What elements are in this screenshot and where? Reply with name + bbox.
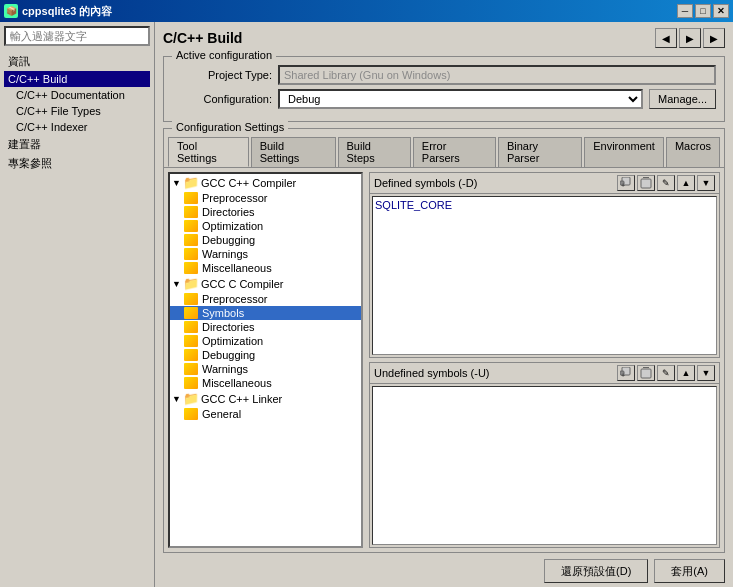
- undefined-up-button[interactable]: ▲: [677, 365, 695, 381]
- back-button[interactable]: ◀: [655, 28, 677, 48]
- sidebar-item-label: C/C++ Documentation: [16, 89, 125, 101]
- item-icon: [184, 363, 198, 375]
- defined-symbols-panel: Defined symbols (-D) + ✎ ▲ ▼: [369, 172, 720, 358]
- tree-label: Preprocessor: [202, 192, 267, 204]
- tree-label: Preprocessor: [202, 293, 267, 305]
- tree-item-symbols[interactable]: Symbols: [170, 306, 361, 320]
- tree-item-warnings2[interactable]: Warnings: [170, 362, 361, 376]
- item-icon: [184, 192, 198, 204]
- tree-item-debugging1[interactable]: Debugging: [170, 233, 361, 247]
- sidebar-item-filetypes[interactable]: C/C++ File Types: [4, 103, 150, 119]
- defined-down-button[interactable]: ▼: [697, 175, 715, 191]
- configuration-select[interactable]: Debug Release: [278, 89, 643, 109]
- defined-add-button[interactable]: +: [617, 175, 635, 191]
- tab-build-steps[interactable]: Build Steps: [338, 137, 411, 167]
- tree-label: Debugging: [202, 234, 255, 246]
- undefined-delete-button[interactable]: [637, 365, 655, 381]
- item-icon: [184, 248, 198, 260]
- item-icon: [184, 377, 198, 389]
- folder-icon: 📁: [183, 276, 199, 291]
- sidebar-item-build[interactable]: C/C++ Build: [4, 71, 150, 87]
- defined-symbols-list[interactable]: SQLITE_CORE: [372, 196, 717, 355]
- tree-label: Debugging: [202, 349, 255, 361]
- tree-label: GCC C Compiler: [201, 278, 284, 290]
- undefined-symbols-buttons: + ✎ ▲ ▼: [617, 365, 715, 381]
- tree-item-misc1[interactable]: Miscellaneous: [170, 261, 361, 275]
- item-icon: [184, 293, 198, 305]
- forward-button[interactable]: ▶: [679, 28, 701, 48]
- tree-item-general[interactable]: General: [170, 407, 361, 421]
- defined-up-button[interactable]: ▲: [677, 175, 695, 191]
- tree-label: Symbols: [202, 307, 244, 319]
- title-bar: 📦 cppsqlite3 的內容 ─ □ ✕: [0, 0, 733, 22]
- search-input[interactable]: [4, 26, 150, 46]
- defined-symbols-header: Defined symbols (-D) + ✎ ▲ ▼: [370, 173, 719, 194]
- undefined-symbols-header: Undefined symbols (-U) + ✎ ▲ ▼: [370, 363, 719, 384]
- undefined-edit-button[interactable]: ✎: [657, 365, 675, 381]
- tree-label: Directories: [202, 206, 255, 218]
- svg-rect-3: [641, 179, 651, 188]
- sidebar-item-project-ref[interactable]: 專案參照: [4, 154, 150, 173]
- sidebar-item-doc[interactable]: C/C++ Documentation: [4, 87, 150, 103]
- item-icon: [184, 349, 198, 361]
- tree-item-gcc-cpp[interactable]: ▼ 📁 GCC C++ Compiler: [170, 174, 361, 191]
- item-icon: [184, 234, 198, 246]
- active-config-section: Active configuration Project Type: Confi…: [163, 56, 725, 122]
- item-icon: [184, 307, 198, 319]
- tab-environment[interactable]: Environment: [584, 137, 664, 167]
- window-icon: 📦: [4, 4, 18, 18]
- tab-tool-settings[interactable]: Tool Settings: [168, 137, 249, 167]
- defined-symbol-value: SQLITE_CORE: [375, 199, 452, 211]
- tree-label: Miscellaneous: [202, 262, 272, 274]
- home-button[interactable]: ▶: [703, 28, 725, 48]
- undefined-add-button[interactable]: +: [617, 365, 635, 381]
- tree-panel[interactable]: ▼ 📁 GCC C++ Compiler Preprocessor Direct…: [168, 172, 363, 548]
- minimize-button[interactable]: ─: [677, 4, 693, 18]
- tree-label: GCC C++ Compiler: [201, 177, 296, 189]
- manage-button[interactable]: Manage...: [649, 89, 716, 109]
- tree-label: Optimization: [202, 335, 263, 347]
- tab-macros[interactable]: Macros: [666, 137, 720, 167]
- sidebar-item-builder[interactable]: 建置器: [4, 135, 150, 154]
- tree-item-debugging2[interactable]: Debugging: [170, 348, 361, 362]
- tab-build-settings[interactable]: Build Settings: [251, 137, 336, 167]
- tree-item-directories1[interactable]: Directories: [170, 205, 361, 219]
- undefined-symbols-title: Undefined symbols (-U): [374, 367, 490, 379]
- content-header: C/C++ Build ◀ ▶ ▶: [163, 28, 725, 48]
- expand-icon: ▼: [172, 178, 181, 188]
- undefined-down-button[interactable]: ▼: [697, 365, 715, 381]
- undefined-symbols-list[interactable]: [372, 386, 717, 545]
- tab-binary-parser[interactable]: Binary Parser: [498, 137, 582, 167]
- defined-delete-button[interactable]: [637, 175, 655, 191]
- undefined-symbols-panel: Undefined symbols (-U) + ✎ ▲ ▼: [369, 362, 720, 548]
- close-button[interactable]: ✕: [713, 4, 729, 18]
- restore-button[interactable]: 還原預設值(D): [544, 559, 648, 583]
- tab-error-parsers[interactable]: Error Parsers: [413, 137, 496, 167]
- tree-label: Directories: [202, 321, 255, 333]
- project-type-label: Project Type:: [172, 69, 272, 81]
- tree-item-optimization1[interactable]: Optimization: [170, 219, 361, 233]
- tree-item-warnings1[interactable]: Warnings: [170, 247, 361, 261]
- sidebar-item-label: 專案參照: [8, 156, 52, 171]
- tree-label: Warnings: [202, 248, 248, 260]
- tree-item-preprocessor2[interactable]: Preprocessor: [170, 292, 361, 306]
- defined-symbols-title: Defined symbols (-D): [374, 177, 477, 189]
- tree-item-directories2[interactable]: Directories: [170, 320, 361, 334]
- tree-item-optimization2[interactable]: Optimization: [170, 334, 361, 348]
- right-panel: Defined symbols (-D) + ✎ ▲ ▼: [369, 172, 720, 548]
- expand-icon: ▼: [172, 279, 181, 289]
- sidebar-item-indexer[interactable]: C/C++ Indexer: [4, 119, 150, 135]
- tree-item-gcc-c[interactable]: ▼ 📁 GCC C Compiler: [170, 275, 361, 292]
- tree-item-gcc-linker[interactable]: ▼ 📁 GCC C++ Linker: [170, 390, 361, 407]
- apply-button[interactable]: 套用(A): [654, 559, 725, 583]
- tree-label: General: [202, 408, 241, 420]
- sidebar-item-label: C/C++ File Types: [16, 105, 101, 117]
- sidebar-item-info[interactable]: 資訊: [4, 52, 150, 71]
- tree-label: Optimization: [202, 220, 263, 232]
- config-settings-section: Configuration Settings Tool Settings Bui…: [163, 128, 725, 553]
- defined-edit-button[interactable]: ✎: [657, 175, 675, 191]
- maximize-button[interactable]: □: [695, 4, 711, 18]
- tree-item-preprocessor1[interactable]: Preprocessor: [170, 191, 361, 205]
- folder-icon: 📁: [183, 175, 199, 190]
- tree-item-misc2[interactable]: Miscellaneous: [170, 376, 361, 390]
